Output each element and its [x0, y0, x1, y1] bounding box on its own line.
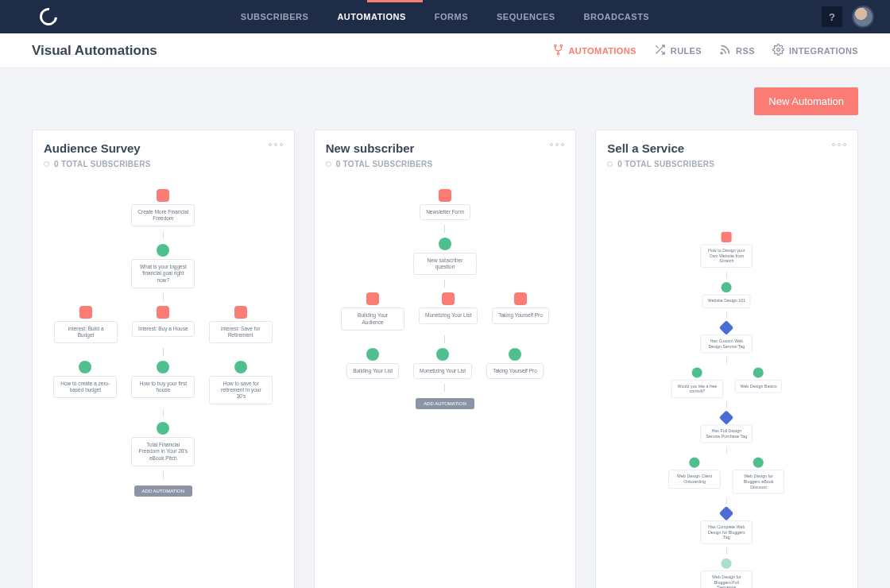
- tab-label: AUTOMATIONS: [569, 46, 637, 56]
- node-green-icon: [79, 361, 91, 373]
- flow-node: Building Your List: [346, 348, 399, 379]
- logo-icon[interactable]: [37, 5, 61, 29]
- node-label: Monetizing Your List: [413, 363, 472, 379]
- tab-rss[interactable]: RSS: [719, 44, 755, 57]
- rss-icon: [719, 44, 731, 57]
- flow-node: New subscriber question: [413, 238, 477, 275]
- nav-item-subscribers[interactable]: SUBSCRIBERS: [226, 0, 323, 33]
- node-green-icon: [366, 348, 379, 361]
- node-label: Has Complete Web Design for Bloggers Tag: [701, 520, 753, 544]
- card-menu-button[interactable]: [550, 143, 564, 146]
- tab-integrations[interactable]: INTEGRATIONS: [772, 44, 858, 57]
- flow-node: Website Design 101: [702, 282, 751, 308]
- flow-preview: How to Design your Own Website from Scra…: [620, 222, 834, 588]
- add-automation-pill: ADD AUTOMATION: [134, 485, 192, 497]
- node-label: Has Full Design Service Purchase Tag: [701, 425, 753, 443]
- node-label: Website Design 101: [702, 295, 751, 308]
- flow-node: Building Your Audience: [341, 292, 404, 330]
- nav-item-forms[interactable]: FORMS: [420, 0, 482, 33]
- new-automation-button[interactable]: New Automation: [754, 87, 858, 115]
- card-title: New subscriber: [326, 141, 565, 155]
- node-green-icon: [157, 244, 169, 257]
- gear-icon: [772, 44, 784, 57]
- node-green-icon: [753, 458, 764, 468]
- node-green-icon: [157, 361, 169, 373]
- flow-preview: Create More Financial FreedomWhat is you…: [33, 176, 294, 588]
- node-red-icon: [234, 306, 247, 319]
- flow-node: Interest: Build a Budget: [54, 306, 118, 343]
- flow-node: How to buy your first house: [131, 361, 195, 404]
- flow-node: Has Full Design Service Purchase Tag: [701, 412, 753, 443]
- node-red-icon: [366, 292, 379, 305]
- tab-automations[interactable]: AUTOMATIONS: [552, 44, 637, 57]
- node-label: Interest: Build a Budget: [54, 321, 118, 343]
- nav-item-automations[interactable]: AUTOMATIONS: [323, 0, 420, 33]
- node-blue-icon: [719, 320, 734, 335]
- flow-node: Has Complete Web Design for Bloggers Tag: [701, 508, 753, 544]
- button-row: New Automation: [32, 87, 858, 115]
- flow-node: How to Design your Own Website from Scra…: [701, 232, 753, 268]
- node-blue-icon: [719, 506, 734, 521]
- topbar-right: ?: [822, 6, 874, 28]
- node-label: Would you like a free consult?: [671, 380, 724, 398]
- automation-card[interactable]: Audience Survey0 TOTAL SUBSCRIBERSCreate…: [32, 130, 295, 588]
- node-green-icon: [722, 282, 732, 292]
- card-title: Audience Survey: [44, 141, 283, 155]
- card-head: Audience Survey0 TOTAL SUBSCRIBERS: [33, 130, 294, 176]
- node-green-icon: [234, 361, 247, 373]
- flow-node: Monetizing Your List: [419, 292, 478, 330]
- flow-node: Interest: Save for Retirement: [209, 306, 273, 343]
- card-subscriber-count: 0 TOTAL SUBSCRIBERS: [326, 160, 565, 168]
- tab-rules[interactable]: RULES: [654, 44, 702, 57]
- sub-nav: AUTOMATIONSRULESRSSINTEGRATIONS: [552, 44, 859, 57]
- sub-navbar: Visual Automations AUTOMATIONSRULESRSSIN…: [0, 33, 890, 68]
- card-head: Sell a Service0 TOTAL SUBSCRIBERS: [596, 130, 857, 176]
- node-greenfade-icon: [722, 559, 732, 569]
- node-label: New subscriber question: [413, 253, 477, 275]
- node-red-icon: [514, 292, 527, 305]
- node-label: Has Custom Web Design Service Tag: [701, 335, 753, 353]
- node-red-icon: [157, 306, 169, 319]
- card-title: Sell a Service: [607, 141, 846, 155]
- add-automation-pill: ADD AUTOMATION: [416, 398, 474, 409]
- help-button[interactable]: ?: [822, 6, 842, 27]
- avatar[interactable]: [852, 6, 874, 28]
- node-label: What is your biggest financial goal righ…: [131, 259, 195, 288]
- flow-node: What is your biggest financial goal righ…: [131, 244, 195, 288]
- tab-label: INTEGRATIONS: [789, 46, 858, 56]
- shuffle-icon: [654, 44, 666, 57]
- node-green-icon: [439, 238, 451, 250]
- node-red-icon: [439, 189, 451, 202]
- flow-node: Total Financial Freedom in Your 20's eBo…: [131, 422, 195, 466]
- node-label: Building Your List: [346, 363, 399, 379]
- node-green-icon: [157, 422, 169, 435]
- flow-node: Web Design Client Onboarding: [669, 458, 722, 493]
- node-label: Create More Financial Freedom: [131, 204, 195, 226]
- node-red-icon: [79, 306, 92, 319]
- flow-node: Web Design for Bloggers Full Sequence: [701, 559, 753, 588]
- node-label: How to Design your Own Website from Scra…: [701, 244, 753, 268]
- flow-node: How to create a zero-based budget: [53, 361, 117, 404]
- automation-card[interactable]: Sell a Service0 TOTAL SUBSCRIBERSHow to …: [595, 130, 858, 588]
- card-menu-button[interactable]: [269, 143, 283, 146]
- card-menu-button[interactable]: [832, 143, 846, 146]
- flow-node: Web Design Basics: [735, 367, 782, 398]
- flow-node: Taking Yourself Pro: [492, 292, 549, 330]
- automation-card[interactable]: New subscriber0 TOTAL SUBSCRIBERSNewslet…: [314, 130, 577, 588]
- node-label: Web Design for Bloggers eBook Discount: [733, 470, 785, 493]
- flow-node: Taking Yourself Pro: [486, 348, 544, 379]
- nav-item-sequences[interactable]: SEQUENCES: [482, 0, 570, 33]
- node-label: How to buy your first house: [131, 376, 195, 398]
- card-subscriber-count: 0 TOTAL SUBSCRIBERS: [607, 160, 846, 168]
- svg-point-2: [557, 52, 559, 55]
- main-nav: SUBSCRIBERSAUTOMATIONSFORMSSEQUENCESBROA…: [226, 0, 664, 33]
- node-label: How to save for retirement in your 30's: [209, 376, 273, 404]
- card-subscriber-count: 0 TOTAL SUBSCRIBERS: [44, 160, 283, 168]
- svg-point-1: [560, 44, 563, 47]
- flow-node: Interest: Buy a House: [132, 306, 195, 343]
- top-navbar: SUBSCRIBERSAUTOMATIONSFORMSSEQUENCESBROA…: [0, 0, 890, 33]
- flow-node: Newsletter Form: [420, 189, 470, 220]
- node-green-icon: [436, 348, 449, 361]
- nav-item-broadcasts[interactable]: BROADCASTS: [570, 0, 664, 33]
- node-blue-icon: [719, 410, 734, 425]
